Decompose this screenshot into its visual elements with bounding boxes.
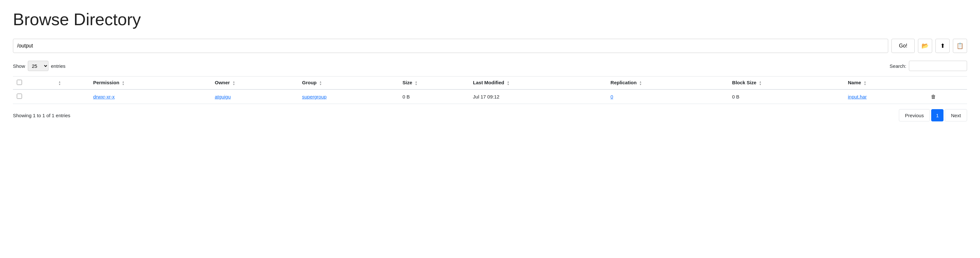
upload-icon: ⬆ xyxy=(940,42,945,49)
previous-button[interactable]: Previous xyxy=(899,109,930,122)
col-actions xyxy=(927,76,967,90)
row-replication-cell: 0 xyxy=(607,89,728,104)
row-last-modified-cell: Jul 17 09:12 xyxy=(469,89,606,104)
controls-row: Show 10 25 50 100 entries Search: xyxy=(13,61,967,71)
search-box: Search: xyxy=(889,61,967,71)
sort-size-icon xyxy=(415,81,417,86)
entries-select[interactable]: 10 25 50 100 xyxy=(28,61,48,71)
list-button[interactable]: 📋 xyxy=(953,39,967,53)
col-checkbox xyxy=(13,76,53,90)
toolbar: Go! 📂 ⬆ 📋 xyxy=(13,39,967,53)
row-checkbox-cell xyxy=(13,89,53,104)
col-size[interactable]: Size xyxy=(399,76,469,90)
replication-link[interactable]: 0 xyxy=(611,94,613,100)
showing-text: Showing 1 to 1 of 1 entries xyxy=(13,113,70,118)
sort-block-size-icon xyxy=(759,81,762,86)
sort-group-icon xyxy=(319,81,322,86)
path-input[interactable] xyxy=(13,39,888,53)
row-actions-cell: 🗑 xyxy=(927,89,967,104)
folder-button[interactable]: 📂 xyxy=(918,39,932,53)
delete-icon[interactable]: 🗑 xyxy=(931,94,936,100)
col-group[interactable]: Group xyxy=(298,76,399,90)
row-name-cell: input.har xyxy=(844,89,927,104)
folder-icon: 📂 xyxy=(921,42,929,49)
search-label: Search: xyxy=(889,63,906,69)
sort-owner-icon xyxy=(232,81,235,86)
row-size-cell: 0 B xyxy=(399,89,469,104)
row-num-cell xyxy=(53,89,89,104)
col-replication[interactable]: Replication xyxy=(607,76,728,90)
group-link[interactable]: supergroup xyxy=(302,94,326,100)
sort-num-icon xyxy=(58,81,61,86)
row-checkbox[interactable] xyxy=(17,93,22,99)
permission-link[interactable]: drwxr-xr-x xyxy=(93,94,115,100)
row-owner-cell: atguigu xyxy=(211,89,298,104)
row-group-cell: supergroup xyxy=(298,89,399,104)
name-link[interactable]: input.har xyxy=(848,94,867,100)
sort-last-modified-icon xyxy=(507,81,509,86)
sort-permission-icon xyxy=(122,81,124,86)
show-label: Show xyxy=(13,63,25,69)
owner-link[interactable]: atguigu xyxy=(215,94,231,100)
directory-table: Permission Owner Group Size Last Modifie… xyxy=(13,76,967,104)
show-entries: Show 10 25 50 100 entries xyxy=(13,61,65,71)
col-name[interactable]: Name xyxy=(844,76,927,90)
select-all-checkbox[interactable] xyxy=(17,80,22,85)
list-icon: 📋 xyxy=(956,42,964,49)
sort-replication-icon xyxy=(640,81,642,86)
col-owner[interactable]: Owner xyxy=(211,76,298,90)
sort-name-icon xyxy=(864,81,866,86)
entries-label: entries xyxy=(51,63,65,69)
go-button[interactable]: Go! xyxy=(891,39,915,53)
table-row: drwxr-xr-x atguigu supergroup 0 B Jul 17… xyxy=(13,89,967,104)
row-permission-cell: drwxr-xr-x xyxy=(89,89,211,104)
col-permission[interactable]: Permission xyxy=(89,76,211,90)
page-title: Browse Directory xyxy=(13,9,967,29)
search-input[interactable] xyxy=(909,61,967,71)
col-block-size[interactable]: Block Size xyxy=(728,76,844,90)
footer-row: Showing 1 to 1 of 1 entries Previous 1 N… xyxy=(13,109,967,122)
next-button[interactable]: Next xyxy=(945,109,967,122)
table-header-row: Permission Owner Group Size Last Modifie… xyxy=(13,76,967,90)
col-last-modified[interactable]: Last Modified xyxy=(469,76,606,90)
pagination: Previous 1 Next xyxy=(899,109,967,122)
page-number-1[interactable]: 1 xyxy=(931,109,943,122)
upload-button[interactable]: ⬆ xyxy=(935,39,950,53)
col-sort-num xyxy=(53,76,89,90)
row-block-size-cell: 0 B xyxy=(728,89,844,104)
